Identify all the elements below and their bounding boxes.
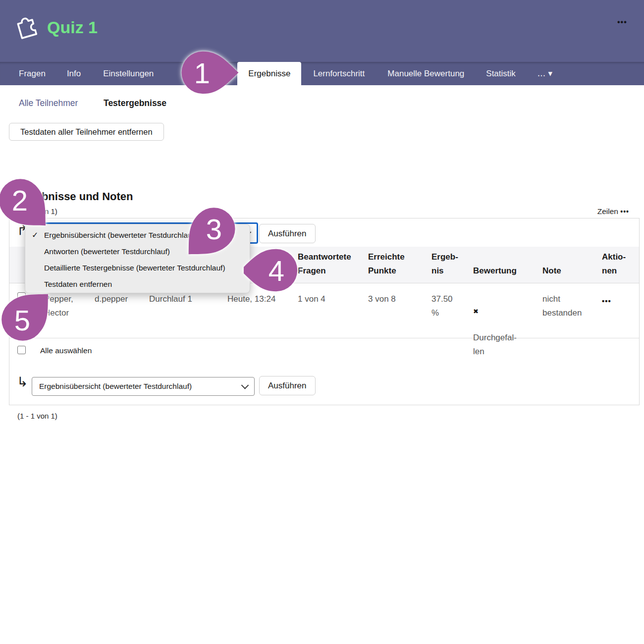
remove-all-testdata-button[interactable]: Testdaten aller Teilnehmer entfernen: [9, 123, 164, 141]
tab-ergebnisse[interactable]: Ergebnisse: [237, 62, 301, 85]
tab-lernfortschritt[interactable]: Lernfortschritt: [313, 62, 365, 85]
tab-bar: Fragen Info Einstellungen Ergebnisse Ler…: [0, 62, 644, 85]
chevron-down-icon: [241, 381, 249, 389]
select-all-label: Alle auswählen: [40, 346, 92, 355]
cell-answered: 1 von 4: [298, 292, 325, 306]
dropdown-option-label: Testdaten entfernen: [44, 280, 112, 288]
bulk-action-bottom-selected-value: Ergebnisübersicht (bewerteter Testdurchl…: [39, 382, 192, 391]
cell-name: Pepper, Hector: [44, 292, 73, 320]
col-beantwortete-fragen: Beantwortete Fragen: [298, 250, 351, 278]
tab-fragen[interactable]: Fragen: [19, 62, 46, 85]
select-all-checkbox[interactable]: [17, 346, 26, 354]
cell-note: nicht bestanden: [542, 292, 582, 320]
bulk-action-arrow-icon-bottom: ↳: [17, 375, 28, 388]
row-actions-kebab[interactable]: •••: [602, 294, 611, 308]
cell-date: Heute, 13:24: [227, 292, 275, 306]
cell-attempt: Durchlauf 1: [149, 292, 192, 306]
rating-text: Durchgefal- len: [473, 333, 517, 356]
bulk-action-select-bottom[interactable]: Ergebnisübersicht (bewerteter Testdurchl…: [32, 377, 255, 396]
section-title: Ergebnisse und Noten: [17, 190, 133, 203]
tab-info[interactable]: Info: [67, 62, 81, 85]
rows-label: Zeilen: [597, 207, 618, 215]
dropdown-option-antworten[interactable]: Antworten (bewerteter Testdurchlauf): [25, 243, 250, 260]
execute-button-top[interactable]: Ausführen: [259, 224, 316, 243]
pagination-bottom: (1 - 1 von 1): [17, 412, 57, 420]
page-title: Quiz 1: [47, 18, 98, 37]
dropdown-option-testdaten-entfernen[interactable]: Testdaten entfernen: [25, 276, 250, 292]
cell-rating: ✖ Durchgefal- len: [473, 292, 517, 359]
cell-login: d.pepper: [95, 292, 128, 306]
header-kebab-menu[interactable]: •••: [617, 18, 627, 27]
dropdown-option-label: Detaillierte Testergebnisse (bewerteter …: [44, 264, 225, 272]
subtab-testergebnisse[interactable]: Testergebnisse: [104, 98, 166, 108]
tab-statistik[interactable]: Statistik: [486, 62, 516, 85]
col-erreichte-punkte: Erreichte Punkte: [368, 250, 405, 278]
rows-kebab-menu[interactable]: •••: [620, 208, 629, 215]
sub-tab-bar: Alle Teilnehmer Testergebnisse: [0, 85, 644, 115]
rows-settings-control[interactable]: Zeilen •••: [597, 207, 629, 216]
col-aktionen: Aktio- nen: [602, 250, 626, 278]
dropdown-option-label: Ergebnisübersicht (bewerteter Testdurchl…: [44, 231, 197, 239]
puzzle-piece-icon: [9, 7, 48, 46]
row-checkbox[interactable]: [17, 292, 26, 301]
execute-button-bottom[interactable]: Ausführen: [259, 376, 316, 395]
tab-more[interactable]: ... ▾: [537, 62, 552, 85]
pagination-top: (1 - 1 von 1): [17, 207, 57, 215]
col-ergebnis: Ergeb- nis: [431, 250, 458, 278]
cell-result: 37.50 %: [431, 292, 453, 320]
tab-einstellungen[interactable]: Einstellungen: [103, 62, 154, 85]
col-note: Note: [542, 264, 561, 278]
dropdown-option-ergebnisuebersicht[interactable]: ✓ Ergebnisübersicht (bewerteter Testdurc…: [25, 227, 250, 243]
failed-cross-icon: ✖: [473, 306, 517, 317]
col-bewertung: Bewertung: [473, 264, 517, 278]
dropdown-option-label: Antworten (bewerteter Testdurchlauf): [44, 247, 170, 256]
bulk-action-dropdown-menu: ✓ Ergebnisübersicht (bewerteter Testdurc…: [25, 224, 250, 293]
dropdown-option-detaillierte-testergebnisse[interactable]: Detaillierte Testergebnisse (bewerteter …: [25, 260, 250, 276]
cell-points: 3 von 8: [368, 292, 396, 306]
app-header: Quiz 1 •••: [0, 0, 644, 62]
subtab-alle-teilnehmer[interactable]: Alle Teilnehmer: [19, 98, 78, 108]
checkmark-icon: ✓: [32, 227, 38, 243]
tab-manuelle-bewertung[interactable]: Manuelle Bewertung: [387, 62, 464, 85]
page: Quiz 1 ••• Fragen Info Einstellungen Erg…: [0, 0, 644, 644]
